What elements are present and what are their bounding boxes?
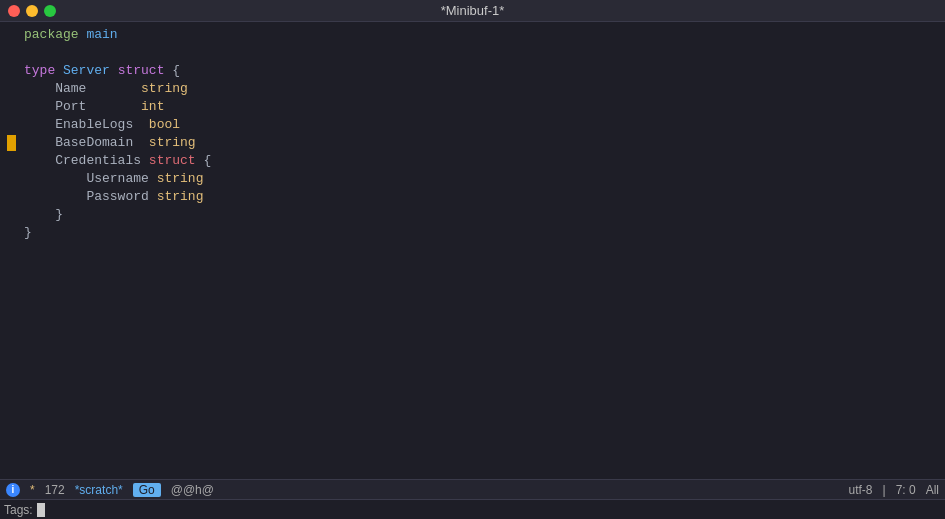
editor-line bbox=[0, 242, 945, 260]
editor-line: type Server struct { bbox=[0, 62, 945, 80]
titlebar: *Minibuf-1* bbox=[0, 0, 945, 22]
status-right: utf-8 | 7: 0 All bbox=[849, 483, 940, 497]
line-content: package main bbox=[24, 26, 118, 44]
status-keybinding: @@h@ bbox=[171, 483, 214, 497]
editor-line bbox=[0, 44, 945, 62]
line-content: } bbox=[24, 224, 32, 242]
editor-line bbox=[0, 458, 945, 476]
status-line-count: 172 bbox=[45, 483, 65, 497]
editor-line bbox=[0, 386, 945, 404]
line-content: Credentials struct { bbox=[24, 152, 211, 170]
line-content: Password string bbox=[24, 188, 203, 206]
status-separator: | bbox=[883, 483, 886, 497]
statusbar: i * 172 *scratch* Go @@h@ utf-8 | 7: 0 A… bbox=[0, 479, 945, 499]
editor-line bbox=[0, 332, 945, 350]
tags-cursor bbox=[37, 503, 45, 517]
line-content: BaseDomain string bbox=[24, 134, 196, 152]
status-position: 7: 0 bbox=[896, 483, 916, 497]
editor-line: Name string bbox=[0, 80, 945, 98]
status-mode: Go bbox=[133, 483, 161, 497]
line-content: Name string bbox=[24, 80, 188, 98]
editor-line: Credentials struct { bbox=[0, 152, 945, 170]
editor-line bbox=[0, 314, 945, 332]
line-content: } bbox=[24, 206, 63, 224]
status-encoding: utf-8 bbox=[849, 483, 873, 497]
editor-line bbox=[0, 278, 945, 296]
editor-line bbox=[0, 440, 945, 458]
editor-line: Port int bbox=[0, 98, 945, 116]
editor-line: package main bbox=[0, 26, 945, 44]
window-controls bbox=[8, 5, 56, 17]
editor-line bbox=[0, 260, 945, 278]
minimize-button[interactable] bbox=[26, 5, 38, 17]
editor-line: } bbox=[0, 224, 945, 242]
close-button[interactable] bbox=[8, 5, 20, 17]
editor-area: package maintype Server struct { Name st… bbox=[0, 22, 945, 479]
tags-label: Tags: bbox=[4, 503, 33, 517]
maximize-button[interactable] bbox=[44, 5, 56, 17]
line-number bbox=[0, 135, 16, 151]
window-title: *Minibuf-1* bbox=[441, 3, 505, 18]
editor-line: Username string bbox=[0, 170, 945, 188]
editor-line: EnableLogs bool bbox=[0, 116, 945, 134]
editor-line: Password string bbox=[0, 188, 945, 206]
editor-line bbox=[0, 404, 945, 422]
status-buffer-name: *scratch* bbox=[75, 483, 123, 497]
editor-line bbox=[0, 350, 945, 368]
status-info-icon: i bbox=[6, 482, 20, 497]
line-content: type Server struct { bbox=[24, 62, 180, 80]
editor-line bbox=[0, 368, 945, 386]
tagsbar: Tags: bbox=[0, 499, 945, 519]
editor-line bbox=[0, 422, 945, 440]
line-content: Port int bbox=[24, 98, 164, 116]
status-modified: * bbox=[30, 483, 35, 497]
editor-line: } bbox=[0, 206, 945, 224]
line-content: EnableLogs bool bbox=[24, 116, 180, 134]
line-content: Username string bbox=[24, 170, 203, 188]
status-scroll: All bbox=[926, 483, 939, 497]
editor-line: BaseDomain string bbox=[0, 134, 945, 152]
editor-line bbox=[0, 296, 945, 314]
